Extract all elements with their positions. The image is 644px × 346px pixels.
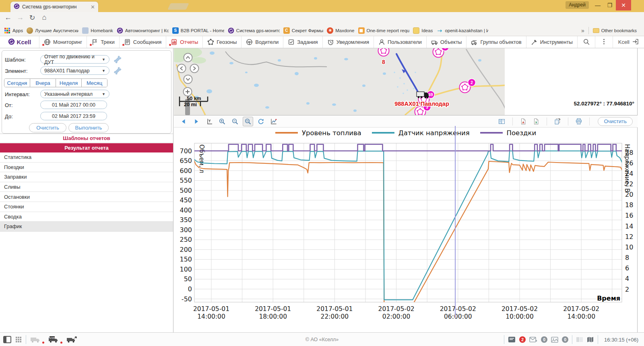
clear-form-button[interactable]: Очистить	[29, 123, 66, 132]
map-canvas[interactable]: 8832693988AX01 Павлодар988AX01 Павлодар5…	[174, 48, 638, 115]
nav-item-message[interactable]: Сообщения	[119, 36, 166, 48]
quick-range-button[interactable]: Месяц	[81, 79, 107, 87]
reload-button[interactable]: ↻	[27, 13, 37, 22]
template-select[interactable]: Отчет по движению и ДУТ▼	[40, 55, 109, 64]
browser-tab[interactable]: Система gps-мониторин ✕	[10, 2, 98, 12]
nav-item-alarm[interactable]: Уведомления	[322, 36, 374, 48]
template-settings-wrench-icon[interactable]	[114, 55, 122, 63]
report-view-icon[interactable]	[576, 337, 583, 342]
nav-item-tools[interactable]: Инструменты	[526, 36, 577, 48]
report-row-статистика[interactable]: Статистика	[0, 152, 173, 163]
mail-icon[interactable]	[529, 337, 537, 343]
apps-shortcut[interactable]: Apps	[4, 27, 23, 34]
element-settings-wrench-icon[interactable]	[114, 66, 122, 74]
nav-item-user[interactable]: Пользователи	[374, 36, 426, 48]
chart-zoom-in-button[interactable]	[217, 117, 227, 126]
nav-item-label: Геозоны	[217, 39, 237, 45]
screen: Система gps-мониторин ✕ Андрей — ❐ ✕ ← →…	[0, 0, 644, 346]
home-button[interactable]: ⌂	[39, 13, 49, 22]
report-row-сливы[interactable]: Сливы	[0, 182, 173, 192]
report-result-header[interactable]: Результат отчета	[0, 143, 173, 152]
chart-next-button[interactable]	[191, 117, 202, 126]
nav-item-globe[interactable]: Мониторинг	[39, 36, 87, 48]
app-search-button[interactable]	[577, 36, 595, 48]
bookmark-item[interactable]: ➝openit-kazakhstan | И	[436, 27, 488, 34]
chart-zoom-window-button[interactable]	[243, 117, 253, 126]
zoom-in-button[interactable]	[184, 88, 192, 96]
report-row-стоянки[interactable]: Стоянки	[0, 202, 173, 212]
from-date-input[interactable]: 01 Май 2017 00:00	[40, 101, 107, 109]
chart-axis-y-button[interactable]	[204, 117, 215, 126]
logout-button[interactable]: Kcell	[613, 36, 644, 48]
report-templates-header[interactable]: Шаблоны отчетов	[0, 134, 173, 143]
pan-right-button[interactable]	[190, 64, 199, 73]
export-excel-button[interactable]: X	[531, 117, 541, 126]
pan-left-button[interactable]	[178, 64, 186, 73]
quick-range-buttons: СегодняВчераНеделяМесяц	[4, 78, 107, 87]
element-select[interactable]: 988AX01 Павлодар▼	[40, 66, 109, 75]
quick-range-button[interactable]: Вчера	[30, 79, 56, 87]
chart-refresh-button[interactable]	[256, 117, 266, 126]
report-row-сводка[interactable]: Сводка	[0, 212, 173, 222]
bookmark-item[interactable]: Ideas	[413, 27, 433, 34]
messages-icon[interactable]	[508, 336, 516, 343]
bookmark-item[interactable]: Система gps-монито	[228, 27, 280, 34]
svg-text:450: 450	[180, 196, 192, 204]
pan-down-button[interactable]	[184, 75, 192, 84]
map-panel[interactable]: 8832693988AX01 Павлодар988AX01 Павлодар5…	[174, 48, 638, 115]
bookmark-item[interactable]: ▦One-time report requ	[358, 27, 410, 34]
quick-range-button[interactable]: Сегодня	[4, 79, 30, 87]
app-menu-button[interactable]	[595, 36, 613, 48]
interval-select[interactable]: Указанный интервал▼	[40, 90, 109, 98]
nav-item-truck[interactable]: Объекты	[426, 36, 466, 48]
bookmark-item[interactable]: SB2B PORTAL - Home	[172, 27, 224, 34]
window-maximize-button[interactable]: ❐	[604, 0, 616, 10]
export-pdf-button[interactable]: A	[518, 117, 528, 126]
report-row-график[interactable]: График	[0, 222, 173, 232]
quick-range-button[interactable]: Неделя	[56, 79, 81, 87]
legend-label: Уровень топлива	[302, 129, 361, 137]
scale-mi-label: 20 mi	[184, 102, 197, 107]
bookmark-item[interactable]: Лучшие Акустически	[27, 27, 78, 34]
nav-item-flag[interactable]: Треки	[87, 36, 119, 48]
chart-zoom-out-button[interactable]	[230, 117, 240, 126]
run-report-button[interactable]: Выполнить	[68, 123, 109, 132]
back-button[interactable]: ←	[3, 13, 13, 22]
bookmark-item[interactable]: ✳Maxdone	[327, 27, 354, 34]
template-label: Шаблон:	[5, 57, 26, 63]
nav-item-task[interactable]: Задания	[283, 36, 322, 48]
new-tab-button[interactable]	[167, 3, 189, 10]
chart-line-chart-button[interactable]	[268, 117, 279, 126]
legend-item: Поездки	[480, 129, 537, 137]
report-row-заправки[interactable]: Заправки	[0, 172, 173, 182]
tab-close-icon[interactable]: ✕	[91, 4, 95, 10]
forward-button[interactable]: →	[15, 13, 25, 22]
bookmark-item[interactable]: Homebank	[82, 27, 113, 34]
bookmarks-overflow-chevron[interactable]: »	[581, 27, 584, 34]
export-print-button[interactable]	[574, 117, 584, 126]
report-row-остановки[interactable]: Остановки	[0, 192, 173, 202]
pan-up-button[interactable]	[184, 54, 192, 62]
bookmark-item[interactable]: CСекрет Фирмы	[283, 27, 323, 34]
report-row-поездки[interactable]: Поездки	[0, 163, 173, 173]
nav-item-truck-group[interactable]: Группы объектов	[466, 36, 526, 48]
export-copy-button[interactable]	[552, 117, 563, 126]
chart-prev-button[interactable]	[178, 117, 189, 126]
nav-item-steering[interactable]: Водители	[241, 36, 283, 48]
svg-text:50: 50	[184, 275, 192, 283]
window-minimize-button[interactable]: —	[592, 0, 604, 10]
chart-clear-button[interactable]: Очистить	[598, 117, 633, 126]
export-book-button[interactable]	[497, 117, 507, 126]
nav-item-report[interactable]: Отчеты	[166, 36, 202, 48]
other-bookmarks[interactable]: Other bookmarks	[593, 28, 637, 33]
map-view-icon[interactable]	[587, 337, 594, 342]
chart-plot-area[interactable]: 7006506005505004504003503002502001501005…	[174, 138, 638, 333]
window-close-button[interactable]: ✕	[616, 0, 631, 10]
bookmark-item[interactable]: Автомониторинг | Кс	[117, 27, 169, 34]
element-value: 988AX01 Павлодар	[44, 68, 90, 74]
interval-label: Интервал:	[5, 91, 30, 97]
to-date-input[interactable]: 02 Май 2017 23:59	[40, 112, 107, 120]
nav-item-geofence[interactable]: Геозоны	[202, 36, 241, 48]
profile-name[interactable]: Андрей	[566, 1, 589, 9]
photos-icon[interactable]	[551, 337, 558, 343]
